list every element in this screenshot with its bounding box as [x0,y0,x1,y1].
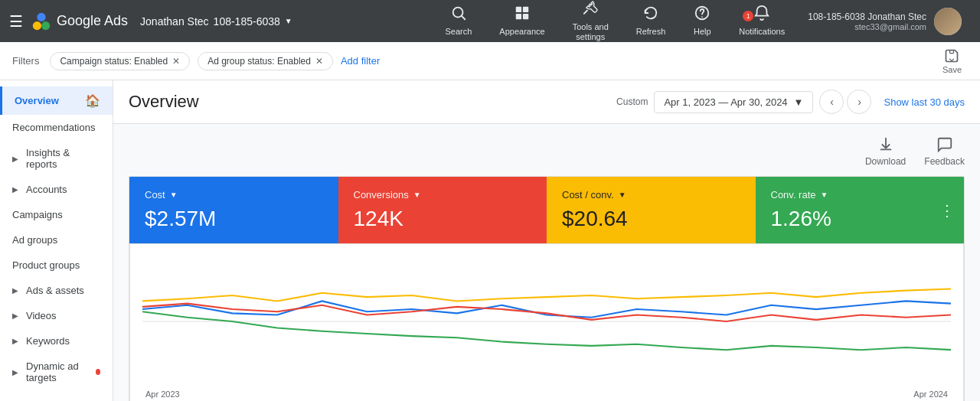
adgroup-status-filter[interactable]: Ad group status: Enabled ✕ [198,52,333,70]
date-range-picker[interactable]: Apr 1, 2023 — Apr 30, 2024 ▼ [654,91,813,113]
metric-card-conversions[interactable]: Conversions ▼ 124K [338,177,547,243]
costconv-value: $20.64 [562,207,740,231]
metric-more-options[interactable]: ⋮ [939,201,955,220]
help-nav-label: Help [694,27,711,37]
help-icon [694,5,710,24]
search-nav-label: Search [445,27,472,37]
sidebar-item-dynamicad[interactable]: ▶ Dynamic ad targets [0,354,113,390]
sidebar-item-videos[interactable]: ▶ Videos [0,303,113,328]
svg-point-10 [701,17,703,18]
nav-action-bar: Search Appearance Tools and settings Ref… [431,0,799,42]
user-id-display: 108-185-6038 Jonathan Stec [808,11,926,22]
sidebar-item-ads[interactable]: ▶ Ads & assets [0,278,113,303]
show-last-30-button[interactable]: Show last 30 days [884,96,965,108]
save-label: Save [942,65,962,74]
convrate-value: 1.26% [771,207,949,231]
user-email: stec33@gmail.com [854,22,926,31]
insights-label: Insights & reports [26,147,100,170]
app-title: Google Ads [57,13,128,29]
chart-area [142,256,951,386]
metric-card-costconv[interactable]: Cost / conv. ▼ $20.64 [547,177,756,243]
sidebar-item-accounts[interactable]: ▶ Accounts [0,177,113,202]
date-range-value: Apr 1, 2023 — Apr 30, 2024 [664,96,787,108]
svg-rect-8 [523,14,528,19]
accounts-arrow: ▶ [12,185,18,194]
campaigns-label: Campaigns [12,209,63,220]
convrate-label: Conv. rate ▼ [771,189,949,200]
appearance-nav-item[interactable]: Appearance [485,0,558,42]
feedback-button[interactable]: Feedback [924,136,965,167]
campaign-status-filter[interactable]: Campaign status: Enabled ✕ [50,52,190,70]
download-button[interactable]: Download [865,136,906,167]
app-logo: Google Ads [31,11,128,32]
adgroup-filter-close[interactable]: ✕ [315,56,323,67]
hamburger-menu[interactable]: ☰ [9,12,23,31]
cost-value: $2.57M [145,207,323,231]
help-nav-item[interactable]: Help [679,0,725,42]
accounts-label: Accounts [26,184,67,195]
search-nav-item[interactable]: Search [431,0,485,42]
refresh-nav-label: Refresh [636,27,666,37]
videos-arrow: ▶ [12,311,18,320]
sidebar-item-adgroups[interactable]: Ad groups [0,227,113,253]
chart-labels: Apr 2023 Apr 2024 [142,390,951,399]
date-next-button[interactable]: › [847,90,871,114]
avatar-image [934,8,962,35]
adgroup-status-filter-text: Ad group status: Enabled [207,56,311,67]
sidebar-item-recommendations[interactable]: Recommendations [0,115,113,140]
save-icon [944,48,959,64]
download-icon [877,136,894,153]
sidebar-item-campaigns[interactable]: Campaigns [0,202,113,227]
appearance-nav-label: Appearance [499,27,544,37]
date-prev-button[interactable]: ‹ [819,90,844,114]
metrics-chart-container: Cost ▼ $2.57M Conversions ▼ 124K [129,176,965,401]
notifications-nav-label: Notifications [739,27,785,37]
chart-start-label: Apr 2023 [145,390,180,399]
date-range-section: Custom Apr 1, 2023 — Apr 30, 2024 ▼ ‹ › … [616,90,965,114]
conversions-label: Conversions ▼ [354,189,532,200]
refresh-nav-item[interactable]: Refresh [622,0,680,42]
svg-rect-7 [516,14,521,19]
save-button[interactable]: Save [936,45,968,77]
sidebar-item-overview[interactable]: Overview 🏠 [0,86,113,115]
sidebar-item-insights[interactable]: ▶ Insights & reports [0,140,113,177]
filters-label: Filters [12,55,39,67]
feedback-label: Feedback [924,156,965,167]
metric-card-convrate[interactable]: Conv. rate ▼ 1.26% ⋮ [756,177,965,243]
svg-line-4 [462,17,465,20]
metrics-row: Cost ▼ $2.57M Conversions ▼ 124K [129,177,964,243]
ads-label: Ads & assets [26,285,84,296]
user-avatar [934,8,962,35]
metric-card-cost[interactable]: Cost ▼ $2.57M [129,177,338,243]
main-layout: Overview 🏠 Recommendations ▶ Insights & … [0,80,980,401]
sidebar-item-productgroups[interactable]: Product groups [0,253,113,278]
chart-end-label: Apr 2024 [913,390,948,399]
recommendations-label: Recommendations [12,122,95,133]
dynamic-ad-dot [96,369,100,375]
campaign-filter-close[interactable]: ✕ [172,56,180,67]
costconv-label: Cost / conv. ▼ [562,189,740,200]
campaign-status-filter-text: Campaign status: Enabled [60,56,168,67]
tools-nav-item[interactable]: Tools and settings [559,0,622,42]
feedback-icon [936,136,953,153]
keywords-label: Keywords [26,335,70,347]
notifications-nav-item[interactable]: 1 Notifications [725,0,799,42]
convrate-arrow: ▼ [821,191,828,199]
chart-container: Apr 2023 Apr 2024 [129,243,964,401]
user-profile[interactable]: 108-185-6038 Jonathan Stec stec33@gmail.… [799,8,971,35]
add-filter-button[interactable]: Add filter [341,55,380,67]
cost-arrow: ▼ [170,191,178,199]
costconv-arrow: ▼ [619,191,626,199]
ads-arrow: ▶ [12,286,18,295]
filter-bar: Filters Campaign status: Enabled ✕ Ad gr… [0,42,980,80]
sidebar-item-keywords[interactable]: ▶ Keywords [0,328,113,354]
tools-nav-label: Tools and settings [573,22,609,42]
download-label: Download [865,156,906,167]
videos-label: Videos [26,310,57,321]
svg-point-2 [37,12,45,21]
account-dropdown-arrow: ▼ [285,17,292,25]
top-navigation: ☰ Google Ads Jonathan Stec 108-185-6038 … [0,0,980,42]
account-selector[interactable]: Jonathan Stec 108-185-6038 ▼ [140,15,292,28]
overview-body: Download Feedback Cost ▼ $2.57M [113,124,980,401]
refresh-icon [642,5,659,24]
